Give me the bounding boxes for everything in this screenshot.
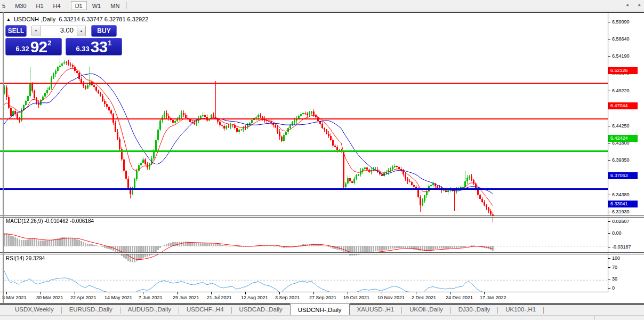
price-tick-label: 6.34380: [612, 192, 630, 197]
volume-increase-button[interactable]: ▲: [77, 26, 86, 36]
sell-button[interactable]: SELL: [5, 25, 27, 37]
rsi-tick-mark: [608, 279, 610, 279]
price-tick-label: 6.59090: [612, 19, 630, 25]
tab-usdcnh-daily[interactable]: USDCNH-,Daily: [290, 303, 350, 315]
price-chart-canvas[interactable]: [0, 25, 608, 316]
sell-price-big: 92: [30, 39, 47, 54]
macd-tick-mark: [608, 233, 610, 234]
rsi-tick-mark: [608, 288, 610, 289]
timeframe-toolbar: 5M30H1H4D1W1MN: [0, 0, 644, 11]
date-tick-mark: [245, 292, 246, 294]
price-tick-mark: [608, 212, 610, 212]
price-tick-label: 6.44250: [612, 123, 630, 129]
sell-price-sup: 2: [47, 39, 51, 47]
chart-symbol-period: USDCNH-,Daily: [14, 16, 55, 22]
timeframe-button-w1[interactable]: W1: [88, 1, 106, 10]
buy-price-display[interactable]: 6.33 33 1: [66, 38, 122, 55]
rsi-tick-mark: [608, 267, 610, 268]
date-tick-mark: [211, 292, 212, 294]
tab-scroll-right-icon[interactable]: ►: [638, 3, 642, 7]
price-level-badge[interactable]: 6.33041: [608, 201, 638, 207]
date-tick-mark: [6, 292, 7, 294]
rsi-label: RSI(14) 29.3294: [6, 255, 45, 261]
price-level-badge[interactable]: 6.42424: [608, 135, 638, 142]
date-tick-mark: [75, 292, 75, 294]
date-tick-mark: [484, 292, 485, 294]
timeframe-button-5[interactable]: 5: [0, 1, 10, 10]
price-tick-mark: [608, 22, 610, 22]
one-click-trade-panel: SELL ▼ 3.00 ▲ BUY 6.32 92 2 6.33 33 1: [5, 25, 123, 55]
date-label: 3 Sep 2021: [275, 295, 300, 300]
macd-tick-label: 0.00: [612, 230, 622, 236]
date-tick-mark: [143, 292, 143, 294]
date-label: 17 Jan 2022: [480, 295, 506, 300]
macd-splitter[interactable]: [0, 215, 644, 218]
timeframe-button-m30[interactable]: M30: [11, 1, 30, 10]
toolbar-divider: [126, 2, 127, 9]
date-tick-mark: [41, 292, 41, 294]
price-axis-line: [608, 12, 608, 292]
price-tick-mark: [608, 143, 610, 143]
timeframe-button-mn[interactable]: MN: [106, 1, 124, 10]
date-label: 8 Mar 2021: [2, 295, 27, 300]
macd-tick-mark: [608, 221, 610, 222]
price-tick-label: 6.49220: [612, 88, 630, 93]
chart-window: [0, 12, 644, 303]
buy-price-sup: 1: [108, 39, 111, 47]
date-label: 24 Dec 2021: [446, 295, 473, 300]
macd-tick-label: 0.02607: [612, 219, 630, 224]
date-label: 27 Sep 2021: [309, 295, 336, 300]
volume-input[interactable]: 3.00: [41, 26, 77, 36]
price-level-badge[interactable]: 6.47044: [608, 102, 638, 109]
date-tick-mark: [450, 292, 450, 294]
date-label: 2 Dec 2021: [412, 295, 436, 300]
buy-price-big: 33: [91, 39, 107, 54]
date-tick-mark: [109, 292, 109, 294]
rsi-tick-label: 70: [612, 265, 617, 270]
date-axis: 8 Mar 202130 Mar 202122 Apr 202114 May 2…: [0, 292, 644, 303]
tab-scroll-arrows: ◄ ►: [625, 3, 642, 7]
rsi-tick-mark: [608, 258, 610, 259]
rsi-splitter[interactable]: [0, 252, 644, 254]
date-label: 19 Oct 2021: [343, 295, 369, 300]
date-tick-mark: [177, 292, 178, 294]
date-tick-mark: [348, 292, 348, 294]
rsi-tick-label: 100: [612, 255, 620, 261]
date-label: 12 Aug 2021: [241, 295, 268, 300]
chart-title: ▲ USDCNH-,Daily 6.33214 6.33747 6.32781 …: [6, 16, 148, 22]
timeframe-button-d1[interactable]: D1: [71, 1, 87, 10]
date-tick-mark: [313, 292, 314, 294]
date-tick-mark: [279, 292, 280, 294]
date-label: 21 Jul 2021: [207, 295, 232, 300]
price-level-badge[interactable]: 6.52126: [608, 67, 638, 74]
sell-price-display[interactable]: 6.32 92 2: [5, 38, 62, 55]
status-bar-divider: [594, 316, 595, 320]
volume-decrease-button[interactable]: ▼: [31, 26, 41, 36]
price-level-badge[interactable]: 6.37063: [608, 172, 638, 179]
date-label: 7 Jun 2021: [139, 295, 163, 300]
tab-scroll-left-icon[interactable]: ◄: [625, 3, 629, 7]
price-tick-mark: [608, 91, 610, 91]
price-tick-mark: [608, 126, 610, 126]
price-tick-label: 6.54190: [612, 53, 630, 59]
date-label: 29 Jun 2021: [173, 295, 199, 300]
buy-button[interactable]: BUY: [91, 25, 117, 37]
price-tick-label: 6.39350: [612, 157, 630, 163]
rsi-tick-label: 30: [612, 276, 617, 282]
rsi-tick-label: 0: [612, 285, 615, 291]
price-tick-mark: [608, 56, 610, 57]
timeframe-button-h1[interactable]: H1: [32, 1, 48, 10]
macd-label: MACD(12,26,9) -0.010462 -0.006184: [6, 218, 94, 224]
date-label: 14 May 2021: [104, 295, 132, 300]
chart-ohlc-values: 6.33214 6.33747 6.32781 6.32922: [59, 16, 148, 22]
price-tick-mark: [608, 39, 610, 39]
rsi-bottom-border: [0, 292, 608, 292]
window-left-border: [3, 12, 4, 303]
date-label: 10 Nov 2021: [377, 295, 405, 300]
timeframe-button-h4[interactable]: H4: [49, 1, 65, 10]
date-tick-mark: [416, 292, 416, 294]
date-label: 22 Apr 2021: [70, 295, 96, 300]
collapse-chart-icon[interactable]: ▲: [6, 17, 11, 22]
date-label: 30 Mar 2021: [36, 295, 63, 300]
price-tick-label: 6.31930: [612, 209, 630, 214]
